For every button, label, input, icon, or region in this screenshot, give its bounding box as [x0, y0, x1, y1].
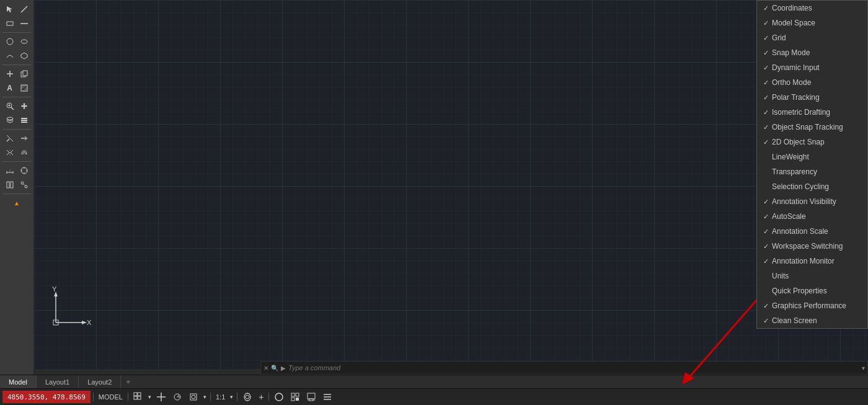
toolbar-btn-dimension[interactable] [3, 164, 17, 177]
svg-rect-49 [134, 393, 137, 396]
toolbar-btn-circle[interactable] [3, 35, 17, 48]
menu-item-ortho-mode[interactable]: ✓Ortho Mode [757, 75, 867, 90]
svg-point-59 [192, 395, 195, 399]
menu-item-coordinates[interactable]: ✓Coordinates [757, 1, 867, 16]
toolbar-btn-zoom[interactable] [3, 99, 17, 113]
menu-item-autoscale[interactable]: ✓AutoScale [757, 209, 867, 224]
menu-label-1: Model Space [772, 19, 861, 27]
ortho-button[interactable] [154, 392, 169, 402]
svg-point-17 [7, 117, 13, 120]
toolbar-btn-copy[interactable] [17, 67, 31, 81]
menu-check-21: ✓ [763, 317, 772, 325]
menu-check-7: ✓ [763, 109, 772, 117]
menu-item-polar-tracking[interactable]: ✓Polar Tracking [757, 90, 867, 105]
toolbar-btn-misc2[interactable] [17, 178, 31, 192]
menu-item-workspace-switching[interactable]: ✓Workspace Switching [757, 239, 867, 254]
toolbar-btn-rect[interactable] [3, 17, 17, 30]
toolbar-btn-layer[interactable] [3, 113, 17, 127]
toolbar-btn-misc1[interactable] [3, 178, 17, 192]
cmd-clear-button[interactable]: ✕ [264, 365, 268, 372]
toolbar-btn-warning[interactable]: ▲ [10, 196, 24, 210]
menu-item-graphics-performance[interactable]: ✓Graphics Performance [757, 298, 867, 313]
svg-rect-41 [34, 0, 868, 369]
menu-item-clean-screen[interactable]: ✓Clean Screen [757, 313, 867, 328]
toolbar-btn-draw[interactable] [17, 2, 31, 16]
objsnap-button[interactable] [186, 392, 201, 402]
command-input[interactable] [288, 364, 859, 372]
settings-button[interactable] [240, 392, 255, 402]
snap-dropdown[interactable]: ▾ [147, 394, 153, 400]
menu-item-annotation-visibility[interactable]: ✓Annotation Visibility [757, 194, 867, 209]
toolbar-btn-select[interactable] [3, 2, 17, 16]
menu-item-units[interactable]: Units [757, 269, 867, 283]
toolbar-btn-trim[interactable] [3, 131, 17, 145]
cmd-expand-icon[interactable]: ▾ [862, 365, 865, 372]
menu-label-3: Snap Mode [772, 48, 861, 57]
viewport-icon [274, 392, 284, 402]
workspace-switch[interactable] [288, 392, 303, 402]
menu-label-18: Units [772, 272, 861, 280]
model-space-indicator[interactable]: MODEL [96, 393, 125, 401]
toolbar-btn-mirror[interactable] [3, 146, 17, 159]
menu-label-7: Isometric Drafting [772, 108, 861, 117]
menu-label-15: Annotation Scale [772, 227, 861, 236]
annotation-scale[interactable]: 1:1 [213, 393, 228, 401]
add-status-button[interactable]: + [256, 392, 266, 402]
menu-item-transparency[interactable]: Transparency [757, 164, 867, 179]
menu-item-selection-cycling[interactable]: Selection Cycling [757, 179, 867, 194]
toolbar-btn-line[interactable] [17, 17, 31, 30]
menu-item-lineweight[interactable]: LineWeight [757, 149, 867, 164]
menu-label-19: Quick Properties [772, 287, 861, 295]
toolbar-btn-hatch[interactable] [17, 81, 31, 95]
objsnap-dropdown[interactable]: ▾ [202, 394, 208, 400]
toolbar-btn-pan[interactable] [17, 99, 31, 113]
menu-label-6: Polar Tracking [772, 93, 861, 102]
menu-item-annotation-monitor[interactable]: ✓Annotation Monitor [757, 254, 867, 269]
menu-item-model-space[interactable]: ✓Model Space [757, 16, 867, 30]
toolbar-row-12 [3, 178, 31, 192]
svg-point-4 [21, 40, 27, 43]
svg-rect-18 [21, 118, 27, 119]
svg-line-22 [7, 139, 9, 141]
menu-check-5: ✓ [763, 79, 772, 87]
view-icon [306, 392, 316, 402]
tab-model[interactable]: Model [0, 375, 37, 388]
view-button[interactable] [304, 392, 319, 402]
tab-add[interactable]: + [121, 375, 135, 388]
menu-item-isometric-drafting[interactable]: ✓Isometric Drafting [757, 105, 867, 120]
polar-icon [172, 392, 182, 402]
menu-item-dynamic-input[interactable]: ✓Dynamic Input [757, 60, 867, 75]
svg-rect-50 [138, 393, 141, 396]
menu-item-2d-object-snap[interactable]: ✓2D Object Snap [757, 135, 867, 149]
toolbar-btn-properties[interactable] [17, 113, 31, 127]
svg-line-38 [22, 184, 26, 185]
menu-item-annotation-scale[interactable]: ✓Annotation Scale [757, 224, 867, 239]
viewport-circle[interactable] [272, 392, 286, 402]
toolbar-btn-snap[interactable] [17, 164, 31, 177]
toolbar-row-1 [3, 2, 31, 16]
toolbar-btn-ellipse[interactable] [17, 35, 31, 48]
menu-label-8: Object Snap Tracking [772, 123, 861, 131]
ucs-icon: X Y [50, 285, 99, 335]
toolbar-btn-move[interactable] [3, 67, 17, 81]
toolbar-btn-offset[interactable] [17, 146, 31, 159]
menu-label-5: Ortho Mode [772, 78, 861, 87]
grid-button[interactable] [131, 392, 146, 402]
annotation-scale-dropdown[interactable]: ▾ [229, 394, 234, 400]
hamburger-menu-button[interactable] [320, 392, 335, 402]
toolbar-btn-extend[interactable] [17, 131, 31, 145]
menu-item-grid[interactable]: ✓Grid [757, 30, 867, 45]
polar-button[interactable] [170, 392, 185, 402]
toolbar-btn-text[interactable]: A [3, 81, 17, 95]
toolbar-btn-arc[interactable] [3, 49, 17, 63]
menu-item-snap-mode[interactable]: ✓Snap Mode [757, 45, 867, 60]
coordinates-display[interactable]: 4850.3550, 478.8569 [2, 391, 91, 403]
menu-item-object-snap-tracking[interactable]: ✓Object Snap Tracking [757, 120, 867, 135]
toolbar-btn-polygon[interactable] [17, 49, 31, 63]
tab-layout1[interactable]: Layout1 [37, 375, 79, 388]
menu-item-quick-properties[interactable]: Quick Properties [757, 283, 867, 298]
menu-label-4: Dynamic Input [772, 63, 861, 72]
menu-label-0: Coordinates [772, 4, 861, 12]
toolbar-divider-6 [2, 194, 31, 194]
tab-layout2[interactable]: Layout2 [79, 375, 121, 388]
